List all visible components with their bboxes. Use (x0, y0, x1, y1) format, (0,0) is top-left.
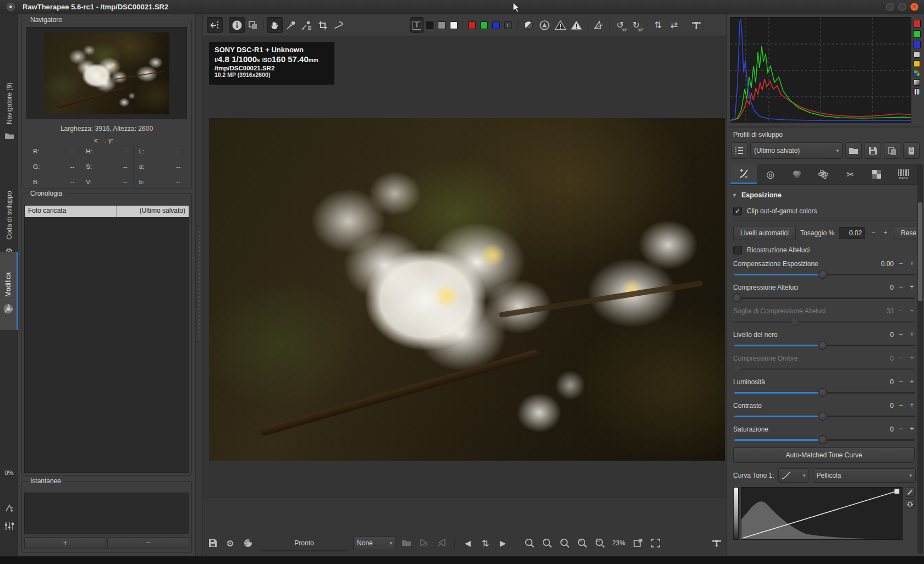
bg-black-swatch[interactable] (426, 21, 433, 29)
histogram-splitter[interactable] (729, 126, 922, 128)
slider-knob[interactable] (818, 388, 827, 397)
tab-advanced[interactable] (810, 164, 837, 184)
hide-left-panel-button[interactable] (207, 17, 223, 33)
slider-knob[interactable] (733, 294, 741, 302)
tab-metadata[interactable]: META (890, 164, 917, 184)
zoom-in-button[interactable]: + (540, 536, 554, 551)
history-row-selected[interactable]: Foto caricata (Ultimo salvato) (25, 206, 189, 217)
zoom-out-button[interactable]: − (522, 536, 537, 551)
tab-raw[interactable] (864, 164, 890, 184)
hist-red-toggle[interactable] (913, 20, 921, 27)
hist-blue-toggle[interactable] (913, 41, 921, 48)
snapshots-list[interactable] (24, 493, 189, 534)
tab-exposure[interactable] (730, 164, 757, 184)
snapshot-remove-button[interactable]: − (107, 537, 189, 549)
color-picker-panel-button[interactable] (688, 17, 704, 33)
bg-white-swatch[interactable] (450, 21, 458, 29)
fast-export-button[interactable] (2, 501, 16, 515)
zoom-fit-crop-button[interactable]: ▢ (592, 536, 607, 551)
channel-red-swatch[interactable] (468, 21, 476, 29)
tab-detail[interactable]: ◎ (757, 164, 783, 184)
right-panel-scrollbar[interactable] (917, 164, 923, 554)
curve-picker-button[interactable] (905, 499, 915, 509)
hist-bar-toggle[interactable] (914, 79, 920, 86)
hist-chroma-toggle[interactable] (914, 60, 920, 67)
tab-queue[interactable]: Coda di sviluppo ⚙ (0, 172, 18, 262)
curve-edit-pencil-button[interactable] (905, 487, 915, 497)
paste-profile-button[interactable] (903, 142, 920, 159)
hl-reconstruction-checkbox[interactable] (733, 246, 742, 255)
curve-type-select[interactable]: ▾ (778, 468, 809, 483)
crop-tool-button[interactable] (315, 17, 331, 33)
hist-raw-toggle[interactable] (914, 70, 920, 76)
background-color-text-button[interactable]: T (410, 17, 424, 33)
add-to-queue-button[interactable]: ⚙ (223, 536, 238, 551)
thumbnail-strip-button[interactable]: ⇅ (478, 536, 493, 551)
hand-tool-button[interactable] (267, 17, 283, 33)
soft-proofing-button[interactable] (590, 17, 606, 33)
save-image-button[interactable] (205, 536, 220, 551)
auto-levels-button[interactable]: Livelli automatici (733, 226, 796, 240)
rotate-right-button[interactable]: ↻ 90° (628, 17, 644, 33)
before-lock-button[interactable] (416, 536, 431, 551)
previous-image-button[interactable]: ◀ (460, 536, 475, 551)
hist-green-toggle[interactable] (913, 30, 921, 38)
channel-luminosity-swatch[interactable]: L (504, 21, 512, 29)
next-image-button[interactable]: ▶ (496, 536, 510, 551)
zoom-fit-button[interactable]: ⊡ (575, 536, 590, 551)
minimize-button[interactable]: − (886, 3, 894, 11)
fill-mode-button[interactable] (731, 142, 747, 159)
hist-mode-toggle[interactable] (914, 89, 920, 95)
clip-percent-value[interactable]: 0.02 (839, 227, 865, 239)
color-picker-button[interactable] (299, 17, 315, 33)
show-color-picker-panel-button[interactable] (709, 536, 724, 551)
flip-vertical-button[interactable]: ⇅ (650, 17, 666, 33)
tab-transform[interactable]: ✂ (837, 164, 864, 184)
flip-horizontal-button[interactable]: ⇄ (666, 17, 682, 33)
scrollbar-thumb[interactable] (918, 202, 922, 301)
monitor-profile-select[interactable]: None ▾ (353, 537, 396, 550)
auto-matched-tone-curve-button[interactable]: Auto-Matched Tone Curve (733, 447, 915, 463)
curve-plot[interactable] (741, 487, 903, 540)
clip-gamut-checkbox[interactable]: ✓ (733, 207, 742, 215)
navigator-thumbnail[interactable] (44, 32, 169, 114)
detach-crop-window-button[interactable] (630, 536, 645, 551)
snapshot-add-button[interactable]: + (24, 537, 106, 549)
image-canvas[interactable]: SONY DSC-R1 + Unknown f/4.8 1/1000s ISO1… (203, 36, 726, 497)
straighten-tool-button[interactable] (331, 17, 346, 33)
after-lock-button[interactable] (434, 536, 449, 551)
fullscreen-button[interactable] (648, 536, 663, 551)
profile-select[interactable]: (Ultimo salvato) ▾ (750, 142, 843, 159)
channel-green-swatch[interactable] (480, 21, 488, 29)
tab-color[interactable] (784, 164, 810, 184)
white-balance-picker-button[interactable] (283, 17, 299, 33)
filter-settings-button[interactable] (2, 519, 16, 533)
copy-profile-button[interactable] (884, 142, 900, 159)
titlebar[interactable]: RawTherapee 5.6-rc1 - /tmp/DSC00021.SR2 … (0, 0, 924, 14)
slider-knob[interactable] (818, 270, 827, 279)
exposure-section-header[interactable]: ▼ Esposizione (730, 188, 917, 202)
rotate-left-button[interactable]: ↺ 90° (612, 17, 628, 33)
false-colors-button[interactable] (520, 17, 536, 33)
left-panel-collapse-grip[interactable] (195, 14, 203, 556)
maximize-button[interactable]: ▫ (898, 3, 906, 11)
clip-decrement-button[interactable]: − (870, 228, 877, 238)
soft-proof-toggle-button[interactable] (399, 536, 414, 551)
zoom-100-button[interactable]: 1 (557, 536, 572, 551)
clip-increment-button[interactable]: + (882, 228, 889, 238)
slider-knob[interactable] (818, 412, 827, 421)
history-list[interactable]: Foto caricata (Ultimo salvato) (24, 205, 189, 473)
slider-knob[interactable] (818, 435, 827, 444)
gamut-check-button[interactable] (536, 17, 552, 33)
curve-mode-select[interactable]: Pellicola ▾ (813, 468, 916, 483)
tab-navigator[interactable]: Navigatore (9) (0, 21, 18, 159)
hist-luma-toggle[interactable] (914, 51, 920, 58)
histogram[interactable] (730, 17, 911, 123)
before-after-button[interactable] (245, 17, 261, 33)
shadow-clipping-button[interactable] (552, 17, 568, 33)
highlight-clipping-button[interactable] (568, 17, 584, 33)
slider-knob[interactable] (818, 341, 827, 350)
edit-external-button[interactable] (240, 536, 255, 551)
close-button[interactable]: × (910, 3, 919, 11)
reset-button[interactable]: Reset (894, 226, 916, 240)
